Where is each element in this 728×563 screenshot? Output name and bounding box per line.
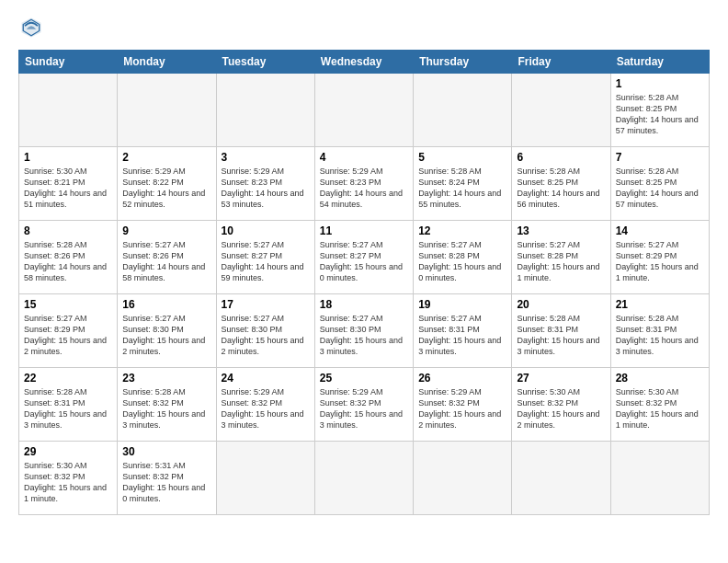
calendar-cell: 25Sunrise: 5:29 AMSunset: 8:32 PMDayligh… (314, 368, 413, 442)
calendar-cell: 5Sunrise: 5:28 AMSunset: 8:24 PMDaylight… (414, 147, 512, 221)
calendar-cell: 23Sunrise: 5:28 AMSunset: 8:32 PMDayligh… (118, 368, 216, 442)
day-info: Sunrise: 5:27 AMSunset: 8:30 PMDaylight:… (320, 313, 408, 358)
calendar-cell: 22Sunrise: 5:28 AMSunset: 8:31 PMDayligh… (19, 368, 118, 442)
day-info: Sunrise: 5:28 AMSunset: 8:25 PMDaylight:… (616, 92, 704, 137)
day-number: 12 (418, 224, 506, 237)
calendar-cell: 14Sunrise: 5:27 AMSunset: 8:29 PMDayligh… (610, 221, 709, 294)
day-info: Sunrise: 5:27 AMSunset: 8:29 PMDaylight:… (616, 239, 704, 284)
calendar-cell: 16Sunrise: 5:27 AMSunset: 8:30 PMDayligh… (118, 294, 216, 368)
day-number: 22 (24, 372, 112, 385)
calendar-cell: 8Sunrise: 5:28 AMSunset: 8:26 PMDaylight… (19, 221, 118, 294)
calendar-cell: 13Sunrise: 5:27 AMSunset: 8:28 PMDayligh… (512, 221, 610, 294)
calendar-cell: 20Sunrise: 5:28 AMSunset: 8:31 PMDayligh… (512, 294, 610, 368)
day-number: 29 (24, 445, 112, 458)
day-info: Sunrise: 5:29 AMSunset: 8:22 PMDaylight:… (122, 166, 210, 211)
day-info: Sunrise: 5:29 AMSunset: 8:32 PMDaylight:… (222, 386, 310, 431)
day-info: Sunrise: 5:27 AMSunset: 8:28 PMDaylight:… (517, 239, 605, 284)
day-number: 11 (320, 224, 408, 237)
calendar-cell: 2Sunrise: 5:29 AMSunset: 8:22 PMDaylight… (118, 147, 216, 221)
calendar-cell: 28Sunrise: 5:30 AMSunset: 8:32 PMDayligh… (610, 368, 709, 442)
day-number: 5 (418, 151, 506, 164)
day-number: 13 (517, 224, 605, 237)
day-number: 30 (122, 445, 210, 458)
day-number: 26 (418, 372, 506, 385)
calendar-cell (216, 442, 314, 515)
day-info: Sunrise: 5:28 AMSunset: 8:31 PMDaylight:… (517, 313, 605, 358)
day-number: 18 (320, 298, 408, 311)
calendar-cell: 18Sunrise: 5:27 AMSunset: 8:30 PMDayligh… (314, 294, 413, 368)
day-number: 8 (24, 224, 112, 237)
calendar-cell (610, 442, 709, 515)
calendar-table: SundayMondayTuesdayWednesdayThursdayFrid… (18, 50, 710, 515)
day-number: 3 (222, 151, 310, 164)
calendar-cell: 15Sunrise: 5:27 AMSunset: 8:29 PMDayligh… (19, 294, 118, 368)
day-number: 6 (517, 151, 605, 164)
day-info: Sunrise: 5:27 AMSunset: 8:31 PMDaylight:… (418, 313, 506, 358)
day-info: Sunrise: 5:27 AMSunset: 8:28 PMDaylight:… (418, 239, 506, 284)
calendar-cell (414, 442, 512, 515)
day-of-week-header: Monday (118, 51, 216, 74)
day-info: Sunrise: 5:27 AMSunset: 8:27 PMDaylight:… (320, 239, 408, 284)
day-info: Sunrise: 5:27 AMSunset: 8:30 PMDaylight:… (122, 313, 210, 358)
day-number: 20 (517, 298, 605, 311)
day-info: Sunrise: 5:28 AMSunset: 8:25 PMDaylight:… (616, 166, 704, 211)
day-info: Sunrise: 5:27 AMSunset: 8:30 PMDaylight:… (222, 313, 310, 358)
calendar-cell (19, 74, 118, 147)
day-number: 2 (122, 151, 210, 164)
calendar-cell: 1Sunrise: 5:30 AMSunset: 8:21 PMDaylight… (19, 147, 118, 221)
logo (18, 15, 48, 40)
calendar-cell: 24Sunrise: 5:29 AMSunset: 8:32 PMDayligh… (216, 368, 314, 442)
day-of-week-header: Wednesday (314, 51, 413, 74)
calendar-cell: 19Sunrise: 5:27 AMSunset: 8:31 PMDayligh… (414, 294, 512, 368)
day-number: 4 (320, 151, 408, 164)
calendar-cell: 11Sunrise: 5:27 AMSunset: 8:27 PMDayligh… (314, 221, 413, 294)
calendar-cell: 1Sunrise: 5:28 AMSunset: 8:25 PMDaylight… (610, 74, 709, 147)
calendar-cell: 10Sunrise: 5:27 AMSunset: 8:27 PMDayligh… (216, 221, 314, 294)
day-number: 15 (24, 298, 112, 311)
day-info: Sunrise: 5:31 AMSunset: 8:32 PMDaylight:… (122, 460, 210, 505)
day-of-week-header: Sunday (19, 51, 118, 74)
day-number: 14 (616, 224, 704, 237)
day-number: 27 (517, 372, 605, 385)
day-of-week-header: Friday (512, 51, 610, 74)
day-info: Sunrise: 5:29 AMSunset: 8:32 PMDaylight:… (418, 386, 506, 431)
day-info: Sunrise: 5:27 AMSunset: 8:26 PMDaylight:… (122, 239, 210, 284)
day-info: Sunrise: 5:30 AMSunset: 8:32 PMDaylight:… (24, 460, 112, 505)
calendar-cell: 17Sunrise: 5:27 AMSunset: 8:30 PMDayligh… (216, 294, 314, 368)
day-number: 1 (616, 77, 704, 90)
day-number: 19 (418, 298, 506, 311)
day-number: 9 (122, 224, 210, 237)
calendar-cell (314, 442, 413, 515)
day-number: 17 (222, 298, 310, 311)
day-info: Sunrise: 5:28 AMSunset: 8:31 PMDaylight:… (616, 313, 704, 358)
day-info: Sunrise: 5:27 AMSunset: 8:29 PMDaylight:… (24, 313, 112, 358)
day-number: 10 (222, 224, 310, 237)
logo-icon (18, 15, 44, 40)
day-info: Sunrise: 5:29 AMSunset: 8:23 PMDaylight:… (222, 166, 310, 211)
calendar-cell (118, 74, 216, 147)
day-info: Sunrise: 5:30 AMSunset: 8:32 PMDaylight:… (616, 386, 704, 431)
day-info: Sunrise: 5:28 AMSunset: 8:26 PMDaylight:… (24, 239, 112, 284)
day-number: 16 (122, 298, 210, 311)
calendar-cell: 29Sunrise: 5:30 AMSunset: 8:32 PMDayligh… (19, 442, 118, 515)
calendar-cell: 6Sunrise: 5:28 AMSunset: 8:25 PMDaylight… (512, 147, 610, 221)
calendar-cell: 4Sunrise: 5:29 AMSunset: 8:23 PMDaylight… (314, 147, 413, 221)
day-of-week-header: Saturday (610, 51, 709, 74)
calendar-cell (216, 74, 314, 147)
day-number: 21 (616, 298, 704, 311)
calendar-cell (512, 442, 610, 515)
day-info: Sunrise: 5:27 AMSunset: 8:27 PMDaylight:… (222, 239, 310, 284)
calendar-cell: 7Sunrise: 5:28 AMSunset: 8:25 PMDaylight… (610, 147, 709, 221)
day-number: 24 (222, 372, 310, 385)
day-number: 1 (24, 151, 112, 164)
calendar-cell (512, 74, 610, 147)
day-of-week-header: Tuesday (216, 51, 314, 74)
day-number: 28 (616, 372, 704, 385)
calendar-cell: 9Sunrise: 5:27 AMSunset: 8:26 PMDaylight… (118, 221, 216, 294)
calendar-cell: 30Sunrise: 5:31 AMSunset: 8:32 PMDayligh… (118, 442, 216, 515)
calendar-cell (414, 74, 512, 147)
calendar-cell: 26Sunrise: 5:29 AMSunset: 8:32 PMDayligh… (414, 368, 512, 442)
calendar-cell: 21Sunrise: 5:28 AMSunset: 8:31 PMDayligh… (610, 294, 709, 368)
day-number: 25 (320, 372, 408, 385)
day-of-week-header: Thursday (414, 51, 512, 74)
